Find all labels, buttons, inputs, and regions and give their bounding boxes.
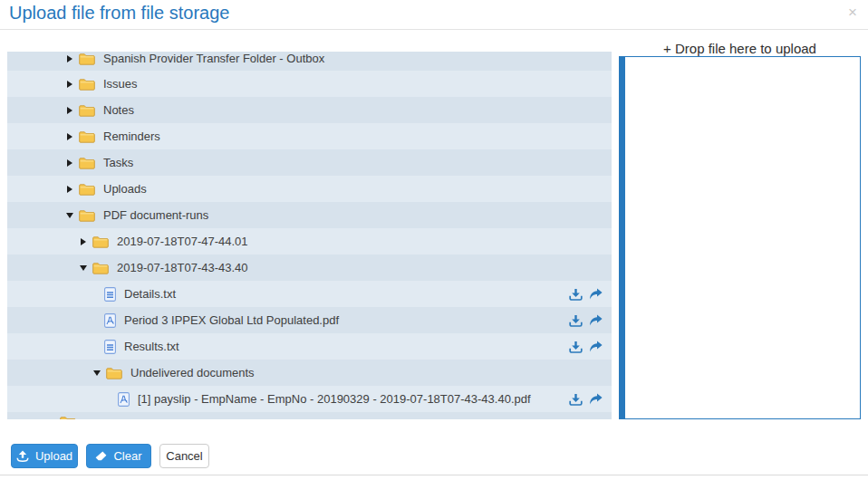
- download-icon[interactable]: [569, 288, 583, 301]
- tree-row-folder[interactable]: Tasks: [7, 149, 612, 176]
- tree-row-folder[interactable]: Issues: [7, 71, 612, 97]
- clear-button[interactable]: Clear: [86, 444, 151, 468]
- tree-row-label: Uploads: [103, 182, 147, 196]
- dropzone[interactable]: [619, 56, 861, 419]
- tree-row-label: 2019-07-18T07-47-44.01: [117, 235, 248, 248]
- page-title: Upload file from file storage: [9, 3, 229, 24]
- tree-row-folder[interactable]: Reminders: [7, 123, 612, 149]
- folder-icon: [79, 78, 95, 91]
- tree-row-file[interactable]: Results.txt: [7, 333, 612, 360]
- tree-row-label: Period 3 IPPEX Global Ltd Populated.pdf: [124, 313, 339, 327]
- file-actions: [569, 341, 612, 353]
- folder-icon: [79, 183, 95, 196]
- download-icon[interactable]: [569, 341, 583, 353]
- expand-arrow[interactable]: [65, 107, 74, 114]
- pdf-file-icon: [104, 313, 116, 328]
- collapse-arrow[interactable]: [79, 265, 88, 271]
- tree-row-label: 2019-07-18T07-43-43.40: [117, 261, 248, 274]
- collapse-arrow[interactable]: [92, 370, 101, 376]
- forward-icon[interactable]: [589, 393, 603, 405]
- expand-arrow[interactable]: [65, 55, 74, 62]
- cancel-button[interactable]: Cancel: [159, 444, 209, 468]
- expand-arrow[interactable]: [79, 238, 88, 245]
- tree-row-label: Spanish Provider Transfer Folder - Outbo…: [103, 52, 324, 65]
- folder-icon: [79, 104, 95, 117]
- forward-icon[interactable]: [589, 314, 603, 326]
- download-icon[interactable]: [569, 393, 583, 406]
- tree-row-label: Undelivered documents: [130, 366, 255, 379]
- footer-divider: [0, 475, 868, 475]
- tree-row-label: Tasks: [103, 156, 133, 169]
- download-icon[interactable]: [569, 314, 583, 327]
- forward-icon[interactable]: [589, 341, 603, 352]
- tree-row-folder[interactable]: 2019-07-18T07-43-43.40: [7, 254, 612, 281]
- dropzone-label: + Drop file here to upload: [619, 41, 861, 56]
- folder-icon: [106, 367, 122, 379]
- tree-row-folder[interactable]: 2019-07-18T07-47-44.01: [7, 228, 612, 254]
- expand-arrow[interactable]: [65, 81, 74, 88]
- tree-row-folder[interactable]: PDF document-runs: [7, 202, 612, 228]
- folder-icon: [92, 262, 109, 274]
- tree-row-label: Results.txt: [124, 340, 179, 353]
- folder-icon: [79, 130, 95, 143]
- tree-row-file[interactable]: Details.txt: [7, 281, 612, 307]
- tree-row-label: Details.txt: [124, 287, 176, 301]
- file-actions: [569, 314, 612, 327]
- upload-dialog: Upload file from file storage × + Drop f…: [0, 0, 868, 480]
- tree-row-label: PDF document-runs: [103, 208, 208, 222]
- expand-arrow[interactable]: [65, 133, 74, 140]
- text-file-icon: [104, 287, 116, 302]
- file-tree: Spanish Provider Transfer Folder - Outbo…: [7, 52, 612, 419]
- file-actions: [569, 393, 612, 406]
- upload-icon: [16, 450, 29, 462]
- tree-row-folder[interactable]: Spanish Provider Transfer Folder - Outbo…: [7, 52, 612, 71]
- text-file-icon: [104, 340, 116, 354]
- file-actions: [569, 288, 612, 301]
- folder-icon: [79, 209, 95, 222]
- pdf-file-icon: [118, 392, 130, 407]
- tree-row-label: Notes: [103, 103, 134, 117]
- tree-row-label: [1] payslip - EmpName - EmpNo - 20190329…: [138, 392, 531, 406]
- expand-arrow[interactable]: [65, 186, 74, 193]
- tree-row-folder[interactable]: Uploads: [7, 176, 612, 202]
- tree-row-folder[interactable]: [7, 412, 612, 419]
- folder-icon: [60, 416, 76, 419]
- folder-icon: [79, 53, 95, 65]
- eraser-icon: [95, 451, 107, 461]
- expand-arrow[interactable]: [65, 159, 74, 167]
- tree-row-folder[interactable]: Undelivered documents: [7, 360, 612, 386]
- dialog-header: Upload file from file storage ×: [0, 0, 868, 30]
- upload-button[interactable]: Upload: [11, 444, 78, 468]
- tree-row-folder[interactable]: Notes: [7, 97, 612, 123]
- collapse-arrow[interactable]: [65, 213, 74, 218]
- upload-button-label: Upload: [35, 449, 72, 463]
- tree-row-label: Issues: [103, 77, 138, 91]
- clear-button-label: Clear: [113, 449, 141, 463]
- close-icon[interactable]: ×: [848, 5, 857, 20]
- forward-icon[interactable]: [589, 288, 603, 300]
- folder-icon: [92, 235, 109, 248]
- tree-row-file[interactable]: Period 3 IPPEX Global Ltd Populated.pdf: [7, 307, 612, 333]
- cancel-button-label: Cancel: [166, 449, 202, 463]
- tree-row-file[interactable]: [1] payslip - EmpName - EmpNo - 20190329…: [7, 386, 612, 412]
- tree-row-label: Reminders: [103, 130, 160, 143]
- folder-icon: [79, 157, 95, 169]
